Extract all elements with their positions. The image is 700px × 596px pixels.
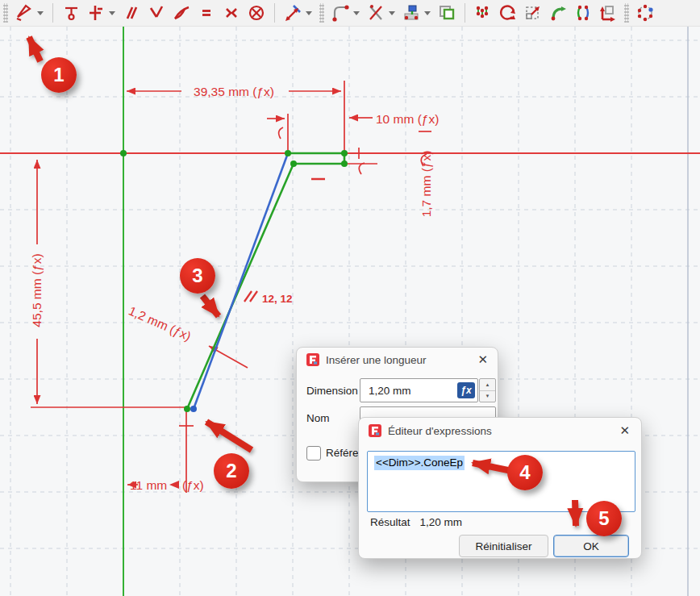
tool-rotate-button[interactable]: [498, 3, 518, 23]
dimension-label: Dimension :: [306, 385, 364, 397]
chevron-down-icon[interactable]: [305, 3, 313, 23]
reference-checkbox[interactable]: [306, 446, 321, 461]
dim-10-label: 10 mm (ƒx): [376, 112, 439, 126]
spin-down-icon[interactable]: ▼: [480, 391, 495, 402]
ok-button-label: OK: [583, 540, 599, 552]
freecad-icon: [369, 424, 381, 437]
toolbar-separator: [465, 3, 465, 23]
result-row: Résultat 1,20 mm: [370, 516, 462, 528]
chevron-down-icon[interactable]: [388, 3, 396, 23]
dialog-title: Insérer une longueur: [326, 354, 427, 366]
parallel-constraint-label: 12, 12: [262, 293, 293, 305]
tool-offset-button[interactable]: [548, 3, 568, 23]
expression-text-selected: <<Dim>>.ConeEp: [374, 456, 465, 470]
result-value: 1,20 mm: [420, 516, 463, 528]
dialog-title-bar[interactable]: Insérer une longueur: [297, 348, 498, 372]
close-icon[interactable]: ✕: [619, 424, 630, 437]
dim-455-label: 45,5 mm (ƒx): [30, 253, 44, 327]
step-balloon-3: 3: [180, 258, 215, 294]
result-label: Résultat: [370, 516, 410, 528]
dimension-spinner[interactable]: ▲ ▼: [479, 378, 496, 402]
tool-tangent-button[interactable]: [172, 3, 191, 23]
expression-editor-dialog: Éditeur d'expressions ✕ <<Dim>>.ConeEp R…: [358, 417, 642, 559]
toolbar-separator: [274, 3, 275, 23]
dimension-input[interactable]: 1,20 mm ƒx: [360, 378, 478, 402]
tool-block-button[interactable]: [247, 3, 266, 23]
dialog-title-bar[interactable]: Éditeur d'expressions: [359, 418, 641, 444]
sketch-point-blue: [190, 406, 197, 412]
chevron-down-icon[interactable]: [423, 3, 431, 23]
freecad-icon: [306, 353, 319, 366]
tool-symmetry-button[interactable]: [573, 3, 593, 23]
chevron-down-icon[interactable]: [352, 3, 360, 23]
step-balloon-1: 1: [41, 57, 77, 93]
tool-perpendicular-button[interactable]: [147, 3, 166, 23]
tool-dimension-angle-button[interactable]: [15, 3, 34, 23]
reset-button[interactable]: Réinitialiser: [459, 535, 548, 557]
toolbar-gripper[interactable]: [3, 3, 8, 23]
dim-17-label: 1,7 mm (ƒx): [419, 151, 433, 218]
sketcher-toolbar: [0, 0, 700, 27]
tool-carbon-copy-button[interactable]: [437, 3, 456, 23]
toolbar-separator: [52, 3, 53, 23]
spin-up-icon[interactable]: ▲: [480, 379, 495, 391]
step-balloon-4: 4: [507, 455, 543, 490]
tool-external-geometry-button[interactable]: [402, 3, 421, 23]
tool-dimension-button[interactable]: [283, 3, 302, 23]
dimension-value: 1,20 mm: [369, 385, 411, 397]
tool-move-button[interactable]: [598, 3, 618, 23]
ok-button[interactable]: OK: [553, 535, 629, 557]
dialog-title: Éditeur d'expressions: [388, 425, 492, 437]
tool-circular-pattern-button[interactable]: [635, 3, 655, 23]
tool-trim-button[interactable]: [366, 3, 385, 23]
expression-fx-button[interactable]: ƒx: [457, 382, 475, 398]
name-label: Nom: [306, 412, 330, 424]
dim-11-arrowhead: [169, 481, 179, 489]
tool-vertical-horizontal-button[interactable]: [86, 3, 106, 23]
dim-12mm-label: 1,2 mm (ƒx): [127, 303, 193, 343]
step-balloon-5: 5: [586, 501, 622, 536]
toolbar-gripper[interactable]: [319, 3, 324, 23]
tool-equal-button[interactable]: [197, 3, 216, 23]
chevron-down-icon[interactable]: [108, 3, 116, 23]
tool-coincident-button[interactable]: [61, 3, 81, 23]
tool-parallel-button[interactable]: [122, 3, 141, 23]
tool-fillet-button[interactable]: [331, 3, 350, 23]
close-icon[interactable]: ✕: [477, 353, 488, 366]
dim-11-fx-label: (ƒx): [182, 478, 204, 492]
tool-scale-button[interactable]: [523, 3, 543, 23]
reset-button-label: Réinitialiser: [476, 540, 532, 552]
dim-11-label: 11 mm: [130, 478, 167, 492]
dim-39-label: 39,35 mm (ƒx): [194, 85, 274, 98]
toolbar-gripper[interactable]: [624, 3, 629, 23]
tool-clone-button[interactable]: [473, 3, 493, 23]
tool-symmetric-button[interactable]: [222, 3, 241, 23]
chevron-down-icon[interactable]: [36, 3, 44, 23]
step-balloon-2: 2: [214, 453, 249, 489]
